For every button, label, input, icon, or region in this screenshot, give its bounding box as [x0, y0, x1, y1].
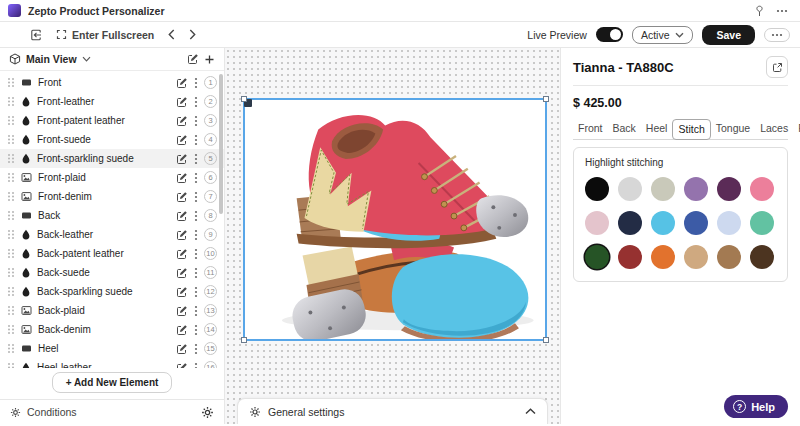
selected-product-image[interactable]	[243, 98, 547, 341]
edit-layer-icon[interactable]	[176, 96, 188, 108]
tab-back[interactable]: Back	[608, 119, 641, 139]
color-swatch-11[interactable]	[717, 211, 741, 235]
color-swatch-18[interactable]	[750, 245, 774, 269]
layer-row-back-sparkling-suede[interactable]: Back-sparkling suede 12	[0, 282, 224, 301]
layer-menu-icon[interactable]	[194, 115, 198, 127]
edit-layer-icon[interactable]	[176, 77, 188, 89]
layer-menu-icon[interactable]	[194, 172, 198, 184]
edit-layer-icon[interactable]	[176, 305, 188, 317]
edit-layer-icon[interactable]	[176, 210, 188, 222]
conditions-label[interactable]: Conditions	[27, 406, 195, 418]
color-swatch-17[interactable]	[717, 245, 741, 269]
topbar-more-icon[interactable]	[776, 9, 788, 13]
edit-layer-icon[interactable]	[176, 172, 188, 184]
drag-handle-icon[interactable]	[7, 134, 15, 145]
drag-handle-icon[interactable]	[7, 324, 15, 335]
color-swatch-1[interactable]	[585, 177, 609, 201]
layer-row-front-sparkling-suede[interactable]: Front-sparkling suede 5	[0, 149, 224, 168]
save-button[interactable]: Save	[702, 25, 755, 45]
color-swatch-14[interactable]	[618, 245, 642, 269]
layer-menu-icon[interactable]	[194, 286, 198, 298]
layer-row-front[interactable]: Front 1	[0, 73, 224, 92]
layer-menu-icon[interactable]	[194, 324, 198, 336]
layer-row-front-leather[interactable]: Front-leather 2	[0, 92, 224, 111]
edit-layer-icon[interactable]	[176, 153, 188, 165]
tab-tongue[interactable]: Tongue	[711, 119, 755, 139]
layer-row-heel[interactable]: Heel 15	[0, 339, 224, 358]
layer-row-front-denim[interactable]: Front-denim 7	[0, 187, 224, 206]
tab-rivets[interactable]: Rivets	[793, 119, 800, 139]
color-swatch-2[interactable]	[618, 177, 642, 201]
color-swatch-12[interactable]	[750, 211, 774, 235]
drag-handle-icon[interactable]	[7, 286, 15, 297]
resize-handle-bottom-left[interactable]	[241, 337, 247, 343]
edit-view-icon[interactable]	[187, 53, 199, 65]
pin-icon[interactable]	[755, 5, 764, 17]
help-button[interactable]: ? Help	[724, 395, 788, 418]
drag-handle-icon[interactable]	[7, 210, 15, 221]
layer-row-front-suede[interactable]: Front-suede 4	[0, 130, 224, 149]
drag-handle-icon[interactable]	[7, 229, 15, 240]
edit-layer-icon[interactable]	[176, 248, 188, 260]
edit-layer-icon[interactable]	[176, 134, 188, 146]
drag-handle-icon[interactable]	[7, 77, 15, 88]
layer-menu-icon[interactable]	[194, 305, 198, 317]
drag-handle-icon[interactable]	[7, 191, 15, 202]
drag-handle-icon[interactable]	[7, 115, 15, 126]
layer-menu-icon[interactable]	[194, 210, 198, 222]
layer-row-back-denim[interactable]: Back-denim 14	[0, 320, 224, 339]
layer-row-heel-leather[interactable]: Heel-leather 16	[0, 358, 224, 368]
drag-handle-icon[interactable]	[7, 153, 15, 164]
color-swatch-5[interactable]	[717, 177, 741, 201]
drag-handle-icon[interactable]	[7, 172, 15, 183]
layer-row-back[interactable]: Back 8	[0, 206, 224, 225]
next-view-button[interactable]	[189, 29, 196, 40]
layer-menu-icon[interactable]	[194, 343, 198, 355]
resize-handle-top-right[interactable]	[543, 96, 549, 102]
edit-layer-icon[interactable]	[176, 286, 188, 298]
drag-handle-icon[interactable]	[7, 343, 15, 354]
edit-layer-icon[interactable]	[176, 229, 188, 241]
color-swatch-8[interactable]	[618, 211, 642, 235]
layer-row-back-suede[interactable]: Back-suede 11	[0, 263, 224, 282]
enter-fullscreen-button[interactable]: Enter Fullscreen	[56, 29, 154, 41]
layer-row-front-patent-leather[interactable]: Front-patent leather 3	[0, 111, 224, 130]
prev-view-button[interactable]	[168, 29, 175, 40]
edit-layer-icon[interactable]	[176, 191, 188, 203]
layer-menu-icon[interactable]	[194, 134, 198, 146]
resize-handle-bottom-right[interactable]	[543, 337, 549, 343]
layer-menu-icon[interactable]	[194, 229, 198, 241]
color-swatch-3[interactable]	[651, 177, 675, 201]
drag-handle-icon[interactable]	[7, 248, 15, 259]
view-selector[interactable]: Main View	[0, 48, 224, 71]
sidebar-scrollbar[interactable]	[219, 74, 223, 214]
edit-layer-icon[interactable]	[176, 115, 188, 127]
layer-row-back-patent-leather[interactable]: Back-patent leather 10	[0, 244, 224, 263]
color-swatch-13[interactable]	[585, 245, 609, 269]
edit-layer-icon[interactable]	[176, 324, 188, 336]
collapse-sidebar-icon[interactable]	[30, 29, 42, 41]
settings-gear-icon[interactable]	[201, 406, 214, 419]
layer-menu-icon[interactable]	[194, 153, 198, 165]
add-new-element-button[interactable]: + Add New Element	[52, 372, 173, 393]
color-swatch-4[interactable]	[684, 177, 708, 201]
tab-heel[interactable]: Heel	[641, 119, 673, 139]
drag-handle-icon[interactable]	[7, 96, 15, 107]
add-view-icon[interactable]	[204, 54, 215, 65]
drag-handle-icon[interactable]	[7, 305, 15, 316]
drag-handle-icon[interactable]	[7, 267, 15, 278]
edit-layer-icon[interactable]	[176, 267, 188, 279]
chevron-up-icon[interactable]	[525, 408, 536, 415]
layer-menu-icon[interactable]	[194, 191, 198, 203]
layer-row-back-plaid[interactable]: Back-plaid 13	[0, 301, 224, 320]
layer-row-front-plaid[interactable]: Front-plaid 6	[0, 168, 224, 187]
general-settings-bar[interactable]: General settings	[237, 398, 548, 424]
status-select[interactable]: Active	[632, 26, 694, 44]
color-swatch-6[interactable]	[750, 177, 774, 201]
tab-laces[interactable]: Laces	[755, 119, 793, 139]
edit-layer-icon[interactable]	[176, 343, 188, 355]
resize-handle-top-left[interactable]	[241, 96, 247, 102]
layer-menu-icon[interactable]	[194, 96, 198, 108]
color-swatch-10[interactable]	[684, 211, 708, 235]
color-swatch-9[interactable]	[651, 211, 675, 235]
